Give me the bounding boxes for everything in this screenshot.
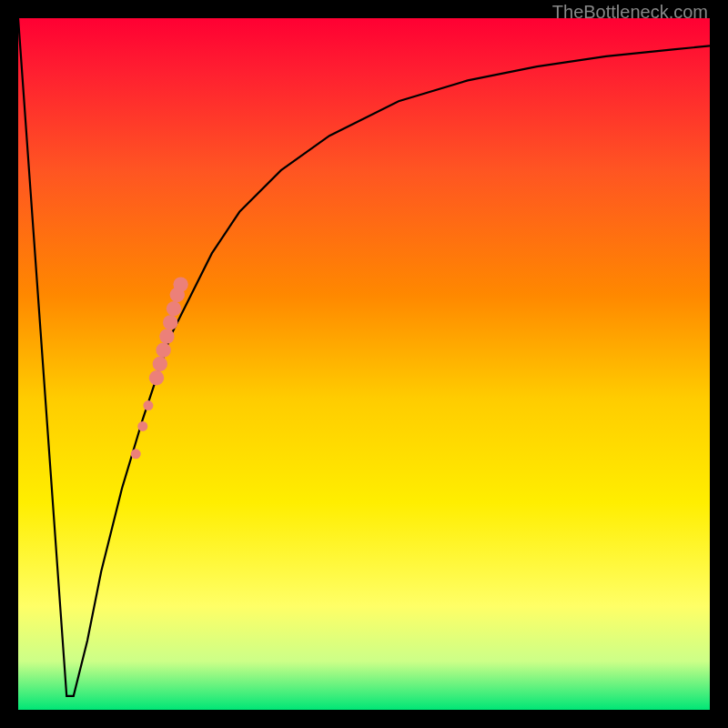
chart-container: TheBottleneck.com: [0, 0, 728, 728]
marker-dot: [156, 343, 170, 358]
bottleneck-curve: [18, 18, 710, 696]
marker-dot: [137, 421, 147, 431]
marker-dot: [143, 400, 153, 410]
curve-group: [18, 18, 710, 696]
marker-dot: [159, 329, 174, 343]
marker-dot: [163, 315, 177, 329]
marker-dot: [153, 357, 167, 371]
marker-dot: [149, 370, 164, 385]
watermark-text: TheBottleneck.com: [552, 2, 708, 23]
marker-dot: [173, 277, 187, 291]
marker-dot: [131, 449, 141, 459]
marker-dot: [167, 301, 181, 316]
chart-svg: [18, 18, 710, 710]
